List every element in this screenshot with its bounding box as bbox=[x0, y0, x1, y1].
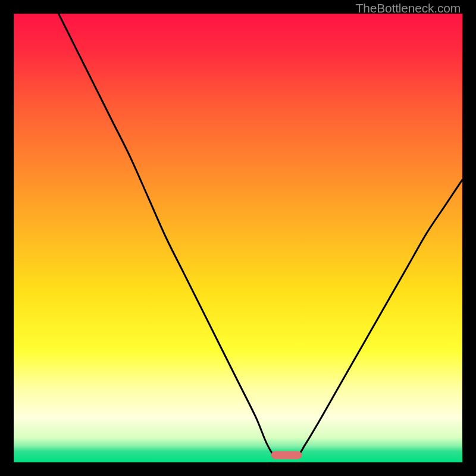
gradient-background bbox=[14, 14, 462, 462]
optimal-marker bbox=[271, 451, 302, 459]
chart-svg bbox=[14, 14, 462, 462]
chart-frame: TheBottleneck.com bbox=[0, 0, 476, 476]
plot-area bbox=[14, 14, 462, 462]
